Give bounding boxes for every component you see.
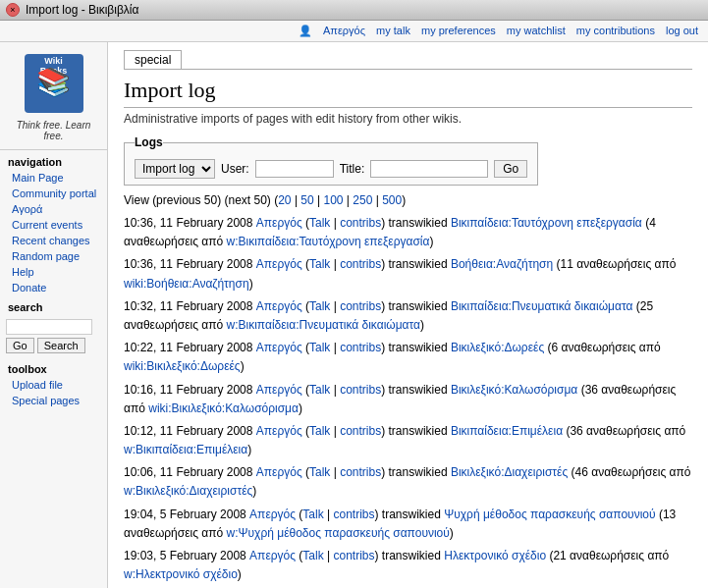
user-link[interactable]: Απεργός — [256, 341, 302, 354]
logo-area: WikiBooks 📚 Think free. Learn free. — [0, 46, 107, 150]
pagination-20[interactable]: 20 — [278, 193, 291, 207]
sidebar-item-specialpages[interactable]: Special pages — [0, 393, 107, 408]
pagination-250[interactable]: 250 — [353, 193, 372, 207]
logo: WikiBooks 📚 — [25, 54, 83, 113]
main-content: special Import log Administrative import… — [108, 42, 708, 588]
top-nav-watchlist[interactable]: my watchlist — [507, 25, 566, 36]
sidebar-item-randompage[interactable]: Random page — [0, 248, 107, 264]
target-link[interactable]: Βοήθεια:Αναζήτηση — [451, 257, 553, 271]
user-input[interactable] — [255, 160, 334, 178]
logo-tagline: Think free. Learn free. — [4, 116, 103, 145]
target-link[interactable]: Βικιπαίδεια:Ταυτόχρονη επεξεργασία — [451, 216, 642, 230]
pagination-500[interactable]: 500 — [382, 193, 402, 207]
search-input[interactable] — [6, 319, 92, 335]
target-link[interactable]: Βικιλεξικό:Καλωσόρισμα — [451, 383, 577, 397]
user-label: User: — [221, 162, 249, 176]
contribs-link[interactable]: contribs — [340, 424, 381, 438]
search-section: Go Search — [0, 315, 107, 357]
target-link[interactable]: Βικιπαίδεια:Πνευματικά δικαιώματα — [451, 299, 633, 313]
pagination-100[interactable]: 100 — [324, 193, 344, 207]
user-link[interactable]: Απεργός — [256, 465, 302, 479]
top-nav-logout[interactable]: log out — [666, 25, 698, 36]
contribs-link[interactable]: contribs — [334, 508, 375, 521]
tab-bar: special — [124, 50, 692, 69]
contribs-link[interactable]: contribs — [334, 549, 375, 562]
talk-link[interactable]: Talk — [309, 383, 330, 397]
sidebar-item-community[interactable]: Community portal — [0, 186, 107, 201]
top-nav-preferences[interactable]: my preferences — [421, 25, 496, 36]
list-item: 10:16, 11 February 2008 Απεργός (Talk | … — [124, 380, 692, 419]
source-link[interactable]: wiki:Βοήθεια:Αναζήτηση — [124, 277, 249, 291]
top-nav-bar: 👤 Απεργός my talk my preferences my watc… — [0, 21, 708, 42]
titlebar: × Import log - Βικιβιβλία — [0, 0, 708, 21]
list-item: 10:22, 11 February 2008 Απεργός (Talk | … — [124, 338, 692, 377]
title-input[interactable] — [370, 160, 488, 178]
contribs-link[interactable]: contribs — [340, 383, 381, 397]
talk-link[interactable]: Talk — [309, 424, 330, 438]
talk-link[interactable]: Talk — [302, 549, 323, 562]
sidebar-item-help[interactable]: Help — [0, 264, 107, 280]
source-link[interactable]: wiki:Βικιλεξικό:Δωρεές — [124, 359, 241, 373]
source-link[interactable]: w:Βικιλεξικό:Διαχειριστές — [124, 484, 252, 498]
pagination: View (previous 50) (next 50) (20 | 50 | … — [124, 193, 692, 207]
list-item: 19:03, 5 February 2008 Απεργός (Talk | c… — [124, 546, 692, 585]
user-link[interactable]: Απεργός — [249, 508, 296, 521]
tab-special[interactable]: special — [124, 50, 182, 69]
source-link[interactable]: w:Ηλεκτρονικό σχέδιο — [124, 567, 238, 581]
sidebar-item-donate[interactable]: Donate — [0, 280, 107, 295]
target-link[interactable]: Βικιλεξικό:Δωρεές — [451, 341, 544, 354]
user-link[interactable]: Απεργός — [256, 216, 302, 230]
window-title: Import log - Βικιβιβλία — [26, 3, 138, 17]
talk-link[interactable]: Talk — [309, 341, 330, 354]
talk-link[interactable]: Talk — [302, 508, 323, 521]
sidebar-item-uploadfile[interactable]: Upload file — [0, 377, 107, 393]
user-link[interactable]: Απεργός — [256, 299, 302, 313]
content-area: Import log Administrative imports of pag… — [124, 69, 692, 588]
talk-link[interactable]: Talk — [309, 257, 330, 271]
close-button[interactable]: × — [6, 3, 20, 17]
logs-legend: Logs — [135, 135, 163, 149]
contribs-link[interactable]: contribs — [340, 216, 381, 230]
page-title: Import log — [124, 78, 692, 108]
talk-link[interactable]: Talk — [309, 465, 330, 479]
page-subtitle: Administrative imports of pages with edi… — [124, 112, 692, 126]
sidebar: WikiBooks 📚 Think free. Learn free. navi… — [0, 42, 108, 588]
target-link[interactable]: Ψυχρή μέθοδος παρασκευής σαπουνιού — [444, 508, 655, 521]
nav-section-title: navigation — [0, 150, 107, 170]
user-link[interactable]: Απεργός — [249, 549, 296, 562]
contribs-link[interactable]: contribs — [340, 299, 381, 313]
search-button[interactable]: Search — [37, 338, 85, 353]
go-button[interactable]: Go — [6, 338, 34, 353]
top-nav-mytalk[interactable]: my talk — [376, 25, 410, 36]
talk-link[interactable]: Talk — [309, 299, 330, 313]
target-link[interactable]: Βικιλεξικό:Διαχειριστές — [451, 465, 568, 479]
top-nav-user[interactable]: Απεργός — [323, 25, 365, 36]
user-link[interactable]: Απεργός — [256, 383, 302, 397]
search-section-title: search — [0, 295, 107, 315]
contribs-link[interactable]: contribs — [340, 341, 381, 354]
target-link[interactable]: Βικιπαίδεια:Επιμέλεια — [451, 424, 563, 438]
user-link[interactable]: Απεργός — [256, 424, 302, 438]
top-nav-icon: 👤 — [299, 25, 312, 36]
source-link[interactable]: w:Βικιπαίδεια:Πνευματικά δικαιώματα — [227, 318, 421, 332]
source-link[interactable]: w:Βικιπαίδεια:Ταυτόχρονη επεξεργασία — [227, 235, 430, 248]
sidebar-item-recentchanges[interactable]: Recent changes — [0, 233, 107, 248]
sidebar-item-currentevents[interactable]: Current events — [0, 217, 107, 233]
contribs-link[interactable]: contribs — [340, 465, 381, 479]
contribs-link[interactable]: contribs — [340, 257, 381, 271]
list-item: 10:12, 11 February 2008 Απεργός (Talk | … — [124, 421, 692, 460]
logs-go-button[interactable]: Go — [494, 160, 527, 178]
source-link[interactable]: w:Ψυχρή μέθοδος παρασκευής σαπουνιού — [227, 526, 450, 540]
logs-form: Logs Import log User: Title: Go — [124, 135, 538, 186]
source-link[interactable]: wiki:Βικιλεξικό:Καλωσόρισμα — [148, 401, 299, 415]
sidebar-item-agora[interactable]: Αγορά — [0, 201, 107, 217]
top-nav-contributions[interactable]: my contributions — [576, 25, 655, 36]
user-link[interactable]: Απεργός — [256, 257, 302, 271]
sidebar-item-mainpage[interactable]: Main Page — [0, 170, 107, 186]
pagination-50[interactable]: 50 — [300, 193, 313, 207]
list-item: 19:04, 5 February 2008 Απεργός (Talk | c… — [124, 505, 692, 544]
talk-link[interactable]: Talk — [309, 216, 330, 230]
log-type-select[interactable]: Import log — [135, 159, 215, 179]
target-link[interactable]: Ηλεκτρονικό σχέδιο — [444, 549, 546, 562]
source-link[interactable]: w:Βικιπαίδεια:Επιμέλεια — [124, 443, 247, 456]
